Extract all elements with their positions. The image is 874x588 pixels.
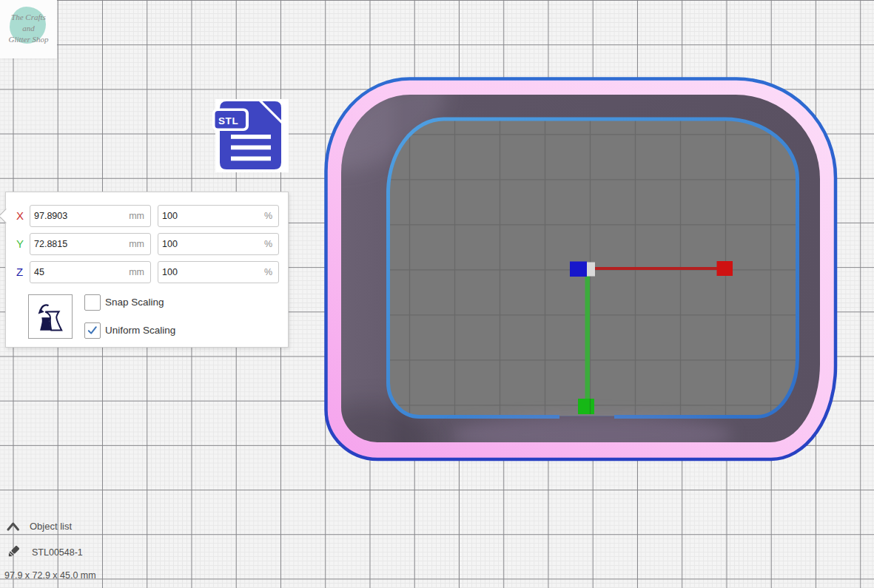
svg-text:STL: STL bbox=[218, 115, 238, 126]
